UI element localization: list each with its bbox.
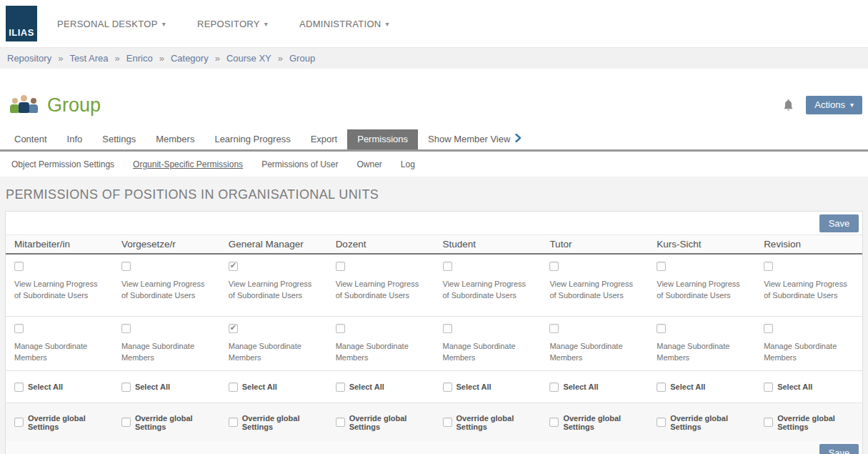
subtab-object-permission-settings[interactable]: Object Permission Settings bbox=[11, 159, 114, 169]
chevron-right-icon bbox=[515, 133, 522, 144]
breadcrumb-separator: » bbox=[159, 53, 164, 64]
breadcrumb-link-repository[interactable]: Repository bbox=[7, 53, 51, 64]
perm-table-body: View Learning Progress of Subordinate Us… bbox=[6, 255, 862, 441]
permission-checkbox[interactable] bbox=[764, 262, 773, 271]
permission-checkbox[interactable] bbox=[549, 383, 559, 392]
permission-label: Manage Subordinate Members bbox=[764, 341, 854, 364]
subtab-bar: Object Permission SettingsOrgunit-Specif… bbox=[0, 152, 868, 177]
permission-checkbox[interactable] bbox=[14, 324, 24, 333]
permission-label: Override global Settings bbox=[670, 414, 747, 431]
tab-label: Members bbox=[156, 134, 194, 144]
permission-checkbox[interactable] bbox=[764, 418, 773, 427]
notification-bell-icon[interactable] bbox=[782, 99, 794, 112]
column-header-vorgesetze-r: Vorgesetze/r bbox=[113, 235, 220, 253]
menu-personal-desktop[interactable]: PERSONAL DESKTOP▾ bbox=[57, 19, 166, 29]
permission-label: Override global Settings bbox=[242, 414, 319, 431]
menu-repository[interactable]: REPOSITORY▾ bbox=[197, 19, 268, 29]
permission-checkbox[interactable] bbox=[443, 324, 452, 333]
permission-checkbox[interactable] bbox=[443, 418, 452, 427]
permission-checkbox[interactable] bbox=[336, 418, 345, 427]
permission-checkbox[interactable] bbox=[121, 324, 131, 333]
permission-checkbox[interactable] bbox=[764, 324, 773, 333]
permission-checkbox[interactable] bbox=[14, 418, 24, 427]
permission-checkbox[interactable] bbox=[549, 262, 559, 271]
permission-label: Manage Subordinate Members bbox=[549, 341, 639, 364]
permission-label: View Learning Progress of Subordinate Us… bbox=[14, 279, 104, 302]
permission-checkbox[interactable] bbox=[121, 418, 131, 427]
permission-checkbox[interactable] bbox=[336, 383, 345, 392]
breadcrumb-link-category[interactable]: Category bbox=[171, 53, 209, 64]
actions-button-label: Actions bbox=[814, 99, 845, 110]
actions-button[interactable]: Actions ▾ bbox=[806, 96, 862, 114]
permission-checkbox[interactable] bbox=[443, 383, 452, 392]
tab-learning-progress[interactable]: Learning Progress bbox=[204, 129, 300, 149]
ilias-logo[interactable]: ILIAS bbox=[6, 6, 37, 41]
tab-label: Content bbox=[14, 134, 47, 144]
column-header-general-manager: General Manager bbox=[220, 235, 327, 253]
perm-cell: View Learning Progress of Subordinate Us… bbox=[648, 255, 755, 316]
permission-checkbox[interactable] bbox=[229, 383, 238, 392]
perm-cell: Override global Settings bbox=[434, 403, 542, 441]
permission-label: Manage Subordinate Members bbox=[121, 341, 201, 364]
topbar-menus: PERSONAL DESKTOP▾REPOSITORY▾ADMINISTRATI… bbox=[57, 19, 389, 29]
perm-cell: Manage Subordinate Members bbox=[220, 317, 327, 370]
perm-cell: Select All bbox=[327, 371, 434, 403]
permission-label: Manage Subordinate Members bbox=[657, 341, 747, 364]
permission-label: Select All bbox=[28, 383, 63, 391]
permission-checkbox[interactable] bbox=[336, 324, 345, 333]
menu-label: ADMINISTRATION bbox=[299, 19, 381, 29]
permission-label: Select All bbox=[457, 383, 492, 391]
tab-members[interactable]: Members bbox=[146, 129, 204, 149]
permission-checkbox[interactable] bbox=[657, 383, 666, 392]
permission-checkbox[interactable] bbox=[764, 383, 773, 392]
perm-cell: Manage Subordinate Members bbox=[541, 317, 648, 370]
permission-checkbox[interactable] bbox=[121, 383, 131, 392]
permission-checkbox[interactable] bbox=[657, 262, 666, 271]
breadcrumb-link-course-xy[interactable]: Course XY bbox=[226, 53, 271, 64]
permission-checkbox[interactable] bbox=[229, 262, 238, 271]
breadcrumb-link-group[interactable]: Group bbox=[289, 53, 315, 64]
tab-export[interactable]: Export bbox=[301, 129, 348, 149]
content-area: PERMISSIONS OF POSITIONS IN ORGANISATION… bbox=[0, 177, 868, 454]
table-row-override-global-settings: Override global SettingsOverride global … bbox=[6, 403, 862, 441]
tab-settings[interactable]: Settings bbox=[92, 129, 146, 149]
breadcrumb-link-test-area[interactable]: Test Area bbox=[69, 53, 108, 64]
permission-label: View Learning Progress of Subordinate Us… bbox=[443, 279, 533, 302]
permission-checkbox[interactable] bbox=[229, 418, 238, 427]
tab-show-member-view[interactable]: Show Member View bbox=[418, 129, 532, 149]
permission-checkbox[interactable] bbox=[229, 324, 238, 333]
permission-checkbox[interactable] bbox=[14, 262, 24, 271]
subtab-permissions-of-user[interactable]: Permissions of User bbox=[261, 159, 338, 169]
subtab-log[interactable]: Log bbox=[401, 159, 415, 169]
permission-checkbox[interactable] bbox=[657, 324, 666, 333]
tab-permissions[interactable]: Permissions bbox=[347, 129, 418, 149]
perm-cell: View Learning Progress of Subordinate Us… bbox=[327, 255, 434, 316]
perm-cell: Manage Subordinate Members bbox=[648, 317, 755, 370]
permission-checkbox[interactable] bbox=[14, 383, 24, 392]
save-button-bottom[interactable]: Save bbox=[819, 444, 859, 454]
permission-label: Override global Settings bbox=[349, 414, 426, 431]
title-bar: Group Actions ▾ bbox=[0, 69, 868, 129]
permission-checkbox[interactable] bbox=[549, 418, 559, 427]
breadcrumb-separator: » bbox=[115, 53, 120, 64]
permission-checkbox[interactable] bbox=[336, 262, 345, 271]
permission-checkbox[interactable] bbox=[443, 262, 452, 271]
permission-checkbox[interactable] bbox=[657, 418, 666, 427]
page-title: Group bbox=[47, 94, 101, 117]
menu-administration[interactable]: ADMINISTRATION▾ bbox=[299, 19, 389, 29]
breadcrumb-separator: » bbox=[58, 53, 63, 64]
tab-info[interactable]: Info bbox=[57, 129, 93, 149]
permission-label: Manage Subordinate Members bbox=[229, 341, 319, 364]
permission-checkbox[interactable] bbox=[121, 262, 131, 271]
menu-label: PERSONAL DESKTOP bbox=[57, 19, 158, 29]
tab-content[interactable]: Content bbox=[4, 129, 57, 149]
breadcrumb-link-enrico[interactable]: Enrico bbox=[126, 53, 153, 64]
tab-label: Settings bbox=[102, 134, 136, 144]
tab-label: Permissions bbox=[357, 134, 408, 144]
subtab-orgunit-specific-permissions[interactable]: Orgunit-Specific Permissions bbox=[133, 159, 243, 169]
group-icon bbox=[10, 95, 39, 115]
subtab-owner[interactable]: Owner bbox=[357, 159, 382, 169]
permission-checkbox[interactable] bbox=[549, 324, 559, 333]
save-button-top[interactable]: Save bbox=[819, 214, 859, 232]
perm-cell: Override global Settings bbox=[220, 403, 327, 441]
